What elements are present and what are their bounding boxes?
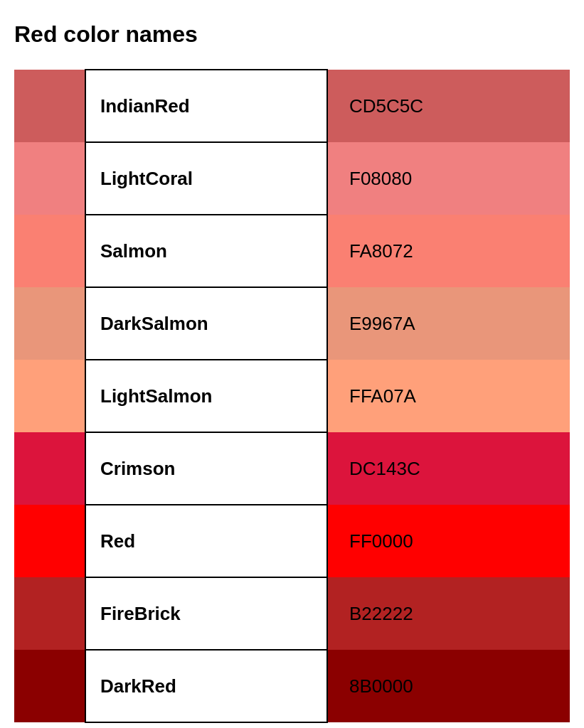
color-hex: FF0000 bbox=[327, 505, 570, 577]
color-hex: E9967A bbox=[327, 287, 570, 360]
color-hex: DC143C bbox=[327, 432, 570, 505]
color-swatch bbox=[14, 650, 85, 722]
color-swatch bbox=[14, 505, 85, 577]
color-name: DarkSalmon bbox=[85, 287, 327, 360]
table-row: IndianRedCD5C5C bbox=[14, 70, 570, 142]
color-table: IndianRedCD5C5CLightCoralF08080SalmonFA8… bbox=[14, 69, 570, 723]
color-name: FireBrick bbox=[85, 577, 327, 650]
table-row: RedFF0000 bbox=[14, 505, 570, 577]
color-swatch bbox=[14, 360, 85, 432]
page-title: Red color names bbox=[14, 21, 570, 48]
color-swatch bbox=[14, 142, 85, 215]
color-hex: 8B0000 bbox=[327, 650, 570, 722]
color-swatch bbox=[14, 70, 85, 142]
color-hex: FA8072 bbox=[327, 215, 570, 287]
table-row: DarkRed8B0000 bbox=[14, 650, 570, 722]
color-name: LightSalmon bbox=[85, 360, 327, 432]
color-name: DarkRed bbox=[85, 650, 327, 722]
color-name: Red bbox=[85, 505, 327, 577]
color-hex: B22222 bbox=[327, 577, 570, 650]
color-name: LightCoral bbox=[85, 142, 327, 215]
table-row: SalmonFA8072 bbox=[14, 215, 570, 287]
color-name: Crimson bbox=[85, 432, 327, 505]
table-row: LightCoralF08080 bbox=[14, 142, 570, 215]
color-hex: FFA07A bbox=[327, 360, 570, 432]
color-name: Salmon bbox=[85, 215, 327, 287]
color-hex: F08080 bbox=[327, 142, 570, 215]
table-row: LightSalmonFFA07A bbox=[14, 360, 570, 432]
table-row: DarkSalmonE9967A bbox=[14, 287, 570, 360]
color-swatch bbox=[14, 577, 85, 650]
table-row: CrimsonDC143C bbox=[14, 432, 570, 505]
color-hex: CD5C5C bbox=[327, 70, 570, 142]
color-swatch bbox=[14, 287, 85, 360]
table-row: FireBrickB22222 bbox=[14, 577, 570, 650]
color-swatch bbox=[14, 215, 85, 287]
color-swatch bbox=[14, 432, 85, 505]
color-name: IndianRed bbox=[85, 70, 327, 142]
